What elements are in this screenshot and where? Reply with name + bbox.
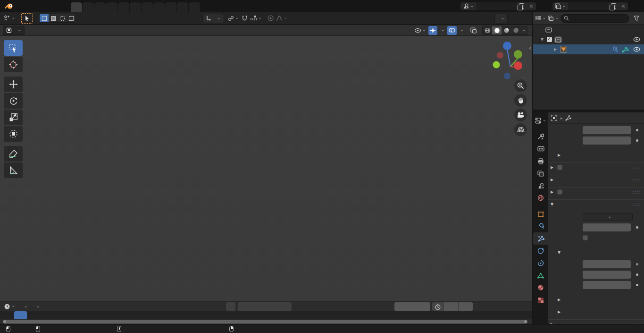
mode-dropdown[interactable]: [3, 26, 25, 35]
hair-length-field[interactable]: [583, 126, 631, 134]
tab-view-layer[interactable]: [533, 167, 548, 179]
tab-sculpting[interactable]: [94, 2, 106, 12]
gizmo-minus-z[interactable]: [504, 73, 510, 79]
blender-logo-icon[interactable]: [5, 3, 13, 9]
tab-object[interactable]: [533, 208, 548, 220]
gizmo-minus-y[interactable]: [493, 61, 500, 68]
tab-tool[interactable]: [533, 130, 548, 143]
eye-icon[interactable]: [633, 47, 640, 52]
tool-annotate[interactable]: [4, 146, 23, 162]
physics-type-dropdown[interactable]: [583, 213, 633, 221]
tab-uv-editing[interactable]: [106, 2, 117, 12]
gizmo-z-axis[interactable]: [503, 42, 511, 50]
outliner-row-collection[interactable]: ▼: [533, 34, 644, 44]
tab-physics[interactable]: [533, 245, 548, 257]
active-tool-icon[interactable]: [21, 13, 33, 24]
panel-forces[interactable]: ▼: [548, 248, 644, 257]
camera-view-button[interactable]: [514, 109, 527, 121]
tool-rotate[interactable]: [4, 93, 23, 109]
panel-render[interactable]: ▶ ::::: [548, 319, 644, 324]
tab-compositing[interactable]: [165, 2, 176, 12]
drag-handle-icon[interactable]: ::::: [633, 189, 641, 195]
proportional-falloff-button[interactable]: [276, 14, 287, 23]
transform-orientation-dropdown[interactable]: [202, 14, 224, 23]
navigation-gizmo[interactable]: [490, 40, 530, 82]
tab-modeling[interactable]: [83, 2, 94, 12]
tool-transform[interactable]: [4, 126, 23, 142]
tool-move[interactable]: [4, 77, 23, 92]
animate-dot[interactable]: [636, 139, 638, 142]
tab-world[interactable]: [533, 192, 548, 204]
overlays-dropdown[interactable]: [458, 26, 465, 35]
drag-handle-icon[interactable]: ::::: [633, 322, 641, 324]
gizmo-x-axis[interactable]: [514, 61, 522, 70]
outliner-filter-button[interactable]: [631, 14, 642, 23]
tab-material[interactable]: [533, 282, 548, 294]
timeline-editor-type-button[interactable]: [4, 302, 15, 311]
playback-menu[interactable]: [18, 302, 30, 311]
panel-integration[interactable]: ▶: [548, 307, 644, 316]
play-button[interactable]: [265, 302, 274, 311]
animate-dot[interactable]: [636, 226, 638, 229]
shading-material-button[interactable]: [502, 26, 511, 34]
zoom-button[interactable]: [514, 79, 527, 92]
select-mode-tweak[interactable]: [40, 14, 49, 22]
scene-browse-button[interactable]: [460, 2, 476, 10]
tab-rendering[interactable]: [153, 2, 165, 12]
play-reverse-button[interactable]: [256, 302, 265, 311]
view-layer-browse-button[interactable]: [552, 2, 568, 10]
tool-select-box[interactable]: [4, 40, 23, 56]
scene-copy-button[interactable]: [517, 2, 527, 10]
gizmo-y-axis[interactable]: [514, 50, 522, 59]
panel-hair-dynamics[interactable]: ▶ ::::: [548, 162, 644, 172]
show-overlays-toggle[interactable]: [447, 26, 457, 35]
pan-button[interactable]: [514, 94, 527, 107]
animate-dot[interactable]: [636, 129, 638, 131]
start-frame-field[interactable]: [443, 302, 458, 311]
drag-handle-icon[interactable]: ::::: [633, 177, 641, 182]
3d-viewport[interactable]: ‹: [0, 36, 532, 301]
view-layer-name-field[interactable]: [568, 2, 609, 10]
panel-deflection[interactable]: ▶: [548, 295, 644, 304]
gizmo-dropdown[interactable]: [438, 26, 446, 35]
panel-source[interactable]: ▶: [548, 150, 644, 160]
outliner-row-plane[interactable]: ▶: [533, 44, 644, 54]
eye-icon[interactable]: [633, 37, 640, 42]
hair-dynamics-checkbox[interactable]: [557, 165, 562, 170]
auto-keyframe-button[interactable]: [226, 302, 235, 311]
scene-unlink-button[interactable]: ✕: [527, 3, 535, 9]
segments-field[interactable]: [583, 137, 631, 145]
outliner-filter-mode-button[interactable]: [548, 14, 559, 23]
tool-measure[interactable]: [4, 162, 23, 178]
snap-increment-button[interactable]: [251, 14, 262, 23]
outliner-row-scene-collection[interactable]: [533, 25, 644, 34]
proportional-editing-icon[interactable]: [265, 14, 276, 23]
timeline-scrubber[interactable]: [0, 311, 532, 319]
end-frame-field[interactable]: [458, 302, 473, 311]
tab-output[interactable]: [533, 155, 548, 167]
use-preview-range-button[interactable]: [432, 302, 443, 311]
options-dropdown[interactable]: [494, 14, 508, 23]
next-keyframe-button[interactable]: [274, 302, 283, 311]
keying-menu[interactable]: [31, 302, 43, 311]
tab-render[interactable]: [533, 143, 548, 155]
toggle-perspective-button[interactable]: [514, 123, 527, 136]
animate-dot[interactable]: [636, 263, 638, 265]
shading-dropdown[interactable]: [520, 26, 527, 34]
drag-handle-icon[interactable]: ::::: [633, 202, 641, 207]
collapse-arrow-icon[interactable]: ▼: [540, 37, 544, 42]
tab-animation[interactable]: [142, 2, 153, 12]
editor-type-button[interactable]: [4, 14, 15, 23]
show-gizmo-toggle[interactable]: [428, 26, 437, 35]
select-mode-lasso[interactable]: [67, 14, 75, 22]
particles-icon[interactable]: [622, 46, 629, 52]
scene-name-field[interactable]: [476, 2, 517, 10]
panel-velocity[interactable]: ▶ ::::: [548, 175, 644, 184]
view-layer-unlink-button[interactable]: ✕: [619, 3, 627, 9]
tab-layout[interactable]: [71, 2, 82, 12]
view-layer-copy-button[interactable]: [609, 2, 619, 10]
jump-to-start-button[interactable]: [238, 302, 247, 311]
animate-dot[interactable]: [636, 273, 638, 276]
outliner-display-mode-button[interactable]: [535, 14, 546, 23]
gizmo-minus-x[interactable]: [497, 52, 503, 59]
